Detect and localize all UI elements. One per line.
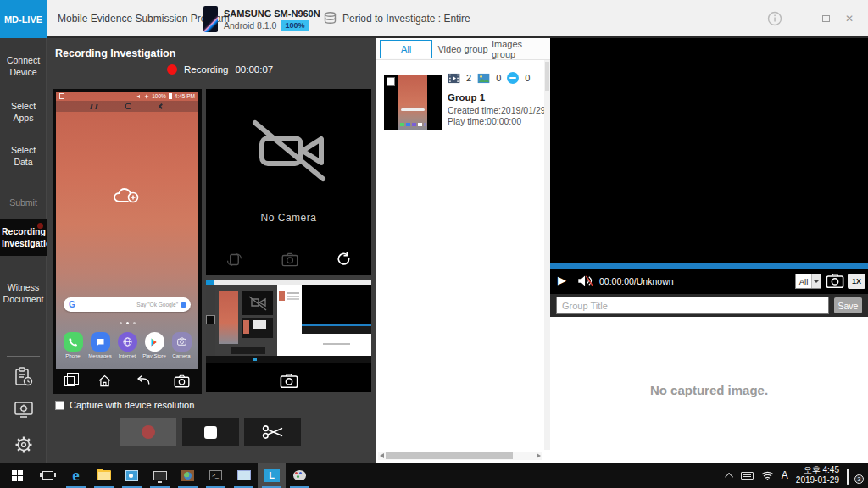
recording-status-label: Recording [184, 64, 228, 75]
mute-icon [136, 94, 142, 99]
sidebar-item-submit[interactable]: Submit [0, 192, 47, 214]
taskbar-edge[interactable]: e [62, 463, 90, 488]
weather-widget[interactable] [56, 186, 198, 205]
android-home-icon[interactable] [125, 103, 131, 109]
screenshot-button-icon[interactable] [174, 374, 190, 388]
taskbar-paint-app[interactable] [286, 463, 314, 488]
rotate-camera-icon[interactable] [226, 252, 242, 267]
ime-indicator[interactable]: A [782, 469, 788, 481]
minimize-button[interactable]: — [788, 0, 812, 36]
taskbar-file-explorer[interactable] [90, 463, 118, 488]
restore-button[interactable] [814, 0, 837, 36]
phone-status-bar: 100% 4:45 PM [56, 92, 198, 101]
scrollbar-thumb[interactable] [386, 452, 513, 459]
sidebar-item-witness-document[interactable]: Witness Document [0, 277, 47, 310]
back-button-icon[interactable] [136, 375, 151, 387]
play-button[interactable]: ▶ [558, 274, 566, 286]
stop-button[interactable] [182, 418, 239, 446]
tab-images-group[interactable]: Images group [492, 40, 548, 58]
phone-app[interactable]: Phone [60, 332, 86, 358]
taskbar-globe-app[interactable] [174, 463, 202, 488]
taskbar-command-prompt[interactable]: >_ [202, 463, 230, 488]
mute-button[interactable] [577, 274, 593, 287]
tab-all[interactable]: All [380, 40, 432, 58]
android-back-icon[interactable] [159, 103, 164, 109]
sidebar-item-recording-investigation[interactable]: Recording Investigation [0, 219, 47, 256]
image-count: 0 [496, 73, 501, 83]
taskbar-mdlive-app[interactable]: L [258, 463, 286, 488]
command-prompt-icon: >_ [209, 470, 222, 480]
taskbar-monitor-app[interactable] [146, 463, 174, 488]
group-title-input[interactable] [556, 297, 829, 314]
globe-app-icon [181, 470, 194, 481]
cut-button[interactable] [244, 418, 301, 446]
scroll-right-arrow[interactable] [537, 453, 541, 458]
recording-timer: 00:00:07 [235, 64, 273, 75]
phone-clock: 4:45 PM [175, 93, 195, 99]
messages-app[interactable]: Messages [87, 332, 113, 358]
playback-speed-button[interactable]: 1X [848, 274, 865, 289]
player-controls: ▶ 00:00:00/Unknown All 1X [550, 269, 868, 294]
sidebar-nav: Connect Device Select Apps Select Data S… [0, 38, 47, 463]
mdlive-app-icon: L [264, 469, 280, 482]
sidebar-item-select-apps[interactable]: Select Apps [0, 96, 47, 129]
record-button[interactable] [120, 418, 176, 446]
image-count-icon [477, 73, 490, 84]
device-screen[interactable]: 100% 4:45 PM G Say "Ok Google" [56, 92, 198, 369]
refresh-camera-icon[interactable] [337, 252, 351, 267]
group-checkbox[interactable] [387, 77, 395, 86]
period-label: Period to Investigate : Entire [342, 13, 470, 25]
camera-app[interactable]: Camera [169, 332, 194, 358]
taskbar-display-app[interactable] [230, 463, 258, 488]
save-button[interactable]: Save [834, 297, 862, 313]
device-screen-settings-button[interactable] [0, 401, 47, 419]
plus-icon [144, 94, 149, 99]
capture-resolution-checkbox[interactable] [55, 401, 64, 410]
taskbar-photo-app[interactable] [118, 463, 146, 488]
google-search-bar[interactable]: G Say "Ok Google" [64, 297, 191, 312]
photo-app-icon [125, 470, 138, 481]
scissors-icon [262, 424, 284, 440]
paint-app-icon [293, 470, 306, 480]
play-store-app[interactable]: Play Store [142, 332, 167, 358]
scroll-left-arrow[interactable] [380, 453, 384, 458]
video-count-icon [448, 73, 460, 84]
group-thumbnail-image [398, 75, 427, 130]
recents-button-icon[interactable] [64, 376, 75, 386]
android-recents-icon[interactable] [90, 104, 97, 109]
home-button-icon[interactable] [97, 374, 112, 388]
device-mirror-panel[interactable]: 100% 4:45 PM G Say "Ok Google" [53, 89, 202, 394]
touch-keyboard-icon[interactable] [741, 472, 754, 480]
capture-frame-button[interactable] [826, 273, 844, 289]
group-title[interactable]: Group 1 [448, 92, 485, 103]
report-log-button[interactable] [0, 367, 47, 387]
group-thumbnail[interactable] [384, 75, 442, 130]
settings-button[interactable] [0, 435, 47, 455]
playback-filter-dropdown[interactable]: All [795, 274, 821, 289]
tray-expand-icon[interactable] [725, 472, 733, 480]
action-center-button[interactable]: 3 [847, 469, 861, 481]
webcam-capture-icon[interactable] [281, 252, 298, 267]
sidebar-item-connect-device[interactable]: Connect Device [0, 50, 47, 83]
internet-app-icon [118, 332, 137, 352]
task-view-button[interactable] [34, 463, 62, 488]
start-button[interactable] [0, 463, 34, 488]
horizontal-scrollbar[interactable] [378, 452, 542, 460]
display-app-icon [237, 470, 251, 480]
taskbar-clock[interactable]: 오후 4:45 2019-01-29 [796, 465, 839, 486]
close-button[interactable]: ✕ [837, 0, 861, 36]
group-counts: 2 0 0 [448, 72, 530, 84]
sidebar-item-select-data[interactable]: Select Data [0, 140, 47, 173]
phone-battery-percent: 100% [152, 93, 166, 99]
internet-app[interactable]: Internet [114, 332, 140, 358]
tab-video-group[interactable]: Video group [436, 40, 490, 58]
capture-resolution-label: Capture with device resolution [70, 400, 194, 410]
desktop-capture-icon[interactable] [280, 373, 298, 389]
screen-preview-image [206, 280, 371, 363]
info-button[interactable] [763, 0, 787, 36]
vertical-scrollbar[interactable] [544, 60, 550, 450]
video-display[interactable] [550, 38, 868, 263]
wifi-icon[interactable] [761, 471, 774, 480]
desktop-capture-preview [206, 280, 371, 392]
device-os: Android 8.1.0 [224, 20, 276, 30]
